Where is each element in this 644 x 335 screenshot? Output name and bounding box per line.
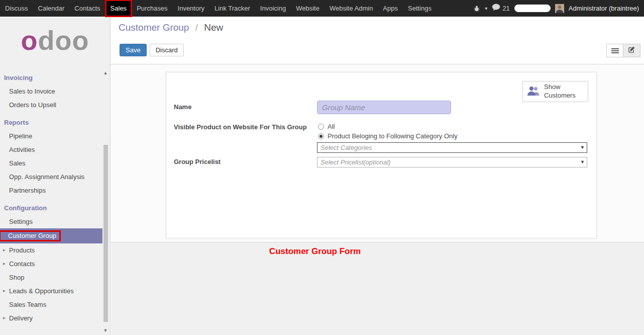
users-icon xyxy=(527,86,540,98)
sidebar-menu: Invoicing Sales to Invoice Orders to Ups… xyxy=(0,71,110,325)
sidebar-item-sales-to-invoice[interactable]: Sales to Invoice xyxy=(0,85,110,98)
pricelist-select-placeholder: Select Pricelist(optional) xyxy=(320,158,390,166)
sidebar-item-settings[interactable]: Settings xyxy=(0,215,110,228)
section-title-configuration: Configuration xyxy=(0,201,110,215)
group-name-input[interactable] xyxy=(317,101,451,114)
menu-sales[interactable]: Sales xyxy=(105,0,132,17)
top-menubar: Discuss Calendar Contacts Sales Purchase… xyxy=(0,0,644,17)
visibility-option-all: All xyxy=(318,123,335,130)
menu-purchases[interactable]: Purchases xyxy=(132,0,172,17)
control-panel: Customer Group / New Save Discard xyxy=(111,17,644,64)
menu-discuss[interactable]: Discuss xyxy=(0,0,33,17)
pricelist-select[interactable]: Select Pricelist(optional) ▼ xyxy=(317,157,587,168)
visibility-option-category: Product Beloging to Following Category O… xyxy=(318,132,458,140)
sidebar-item-partnerships[interactable]: Partnerships xyxy=(0,184,110,197)
sidebar-item-products-label: Products xyxy=(9,246,35,254)
menu-website-admin[interactable]: Website Admin xyxy=(325,0,378,17)
chevron-down-icon: ▼ xyxy=(580,143,585,152)
avatar[interactable] xyxy=(555,4,564,13)
topbar-systray: ▾ 21 Administrator (braintree) xyxy=(473,0,644,17)
radio-all[interactable] xyxy=(318,124,324,130)
breadcrumb: Customer Group / New xyxy=(119,22,223,33)
form-buttons: Save Discard xyxy=(120,44,184,56)
messages-count: 21 xyxy=(502,5,509,12)
messages-button[interactable]: 21 xyxy=(492,4,509,13)
main-content: Show Customers Name Visible Product on W… xyxy=(111,64,644,335)
menu-invoicing[interactable]: Invoicing xyxy=(255,0,291,17)
name-label: Name xyxy=(174,103,191,111)
menu-settings[interactable]: Settings xyxy=(403,0,437,17)
chevron-down-icon: ▼ xyxy=(580,157,585,167)
list-icon xyxy=(611,47,619,54)
show-customers-label: Show Customers xyxy=(544,83,584,100)
list-view-button[interactable] xyxy=(606,44,623,57)
chevron-right-icon: ▸ xyxy=(3,247,6,253)
menu-contacts[interactable]: Contacts xyxy=(69,0,105,17)
sidebar-item-delivery-label: Delivery xyxy=(9,314,33,322)
sidebar-item-delivery[interactable]: ▸ Delivery xyxy=(0,311,110,325)
discard-button[interactable]: Discard xyxy=(150,44,184,56)
bug-icon[interactable] xyxy=(473,5,480,12)
sidebar-scrollbar-thumb[interactable] xyxy=(103,145,108,322)
sidebar-item-shop[interactable]: Shop xyxy=(0,271,110,284)
menu-link-tracker[interactable]: Link Tracker xyxy=(209,0,255,17)
show-customers-button[interactable]: Show Customers xyxy=(522,81,588,102)
below-form-area: Customer Group Form xyxy=(111,242,644,335)
odoo-logo-rest: doo xyxy=(38,25,89,55)
sidebar-item-contacts[interactable]: ▸ Contacts xyxy=(0,257,110,271)
menu-apps[interactable]: Apps xyxy=(378,0,403,17)
sidebar-item-leads-opportunities-label: Leads & Opportunities xyxy=(9,287,74,295)
pricelist-label: Group Pricelist xyxy=(174,158,221,165)
radio-category-only[interactable] xyxy=(318,133,324,139)
sidebar-item-orders-to-upsell[interactable]: Orders to Upsell xyxy=(0,98,110,112)
breadcrumb-new: New xyxy=(204,22,223,33)
sidebar-item-customer-group-label: Customer Group xyxy=(0,231,60,240)
sidebar-item-opp-assignment-analysis[interactable]: Opp. Assignment Analysis xyxy=(0,170,110,184)
scroll-up-arrow[interactable]: ▲ xyxy=(102,70,109,75)
categories-select[interactable]: Select Categories ▼ xyxy=(317,142,587,153)
odoo-logo[interactable]: odoo xyxy=(0,17,110,67)
sidebar-item-products[interactable]: ▸ Products xyxy=(0,243,110,257)
chevron-right-icon: ▸ xyxy=(3,288,6,293)
form-sheet: Show Customers Name Visible Product on W… xyxy=(166,72,597,238)
chat-bubble-icon xyxy=(492,4,500,13)
sidebar-item-customer-group[interactable]: Customer Group xyxy=(0,228,102,243)
menu-calendar[interactable]: Calendar xyxy=(33,0,70,17)
caret-down-icon[interactable]: ▾ xyxy=(485,6,487,11)
view-switcher xyxy=(606,44,640,57)
breadcrumb-separator: / xyxy=(195,22,198,33)
edit-icon xyxy=(628,46,635,55)
radio-category-only-label[interactable]: Product Beloging to Following Category O… xyxy=(328,132,458,140)
sidebar-item-activities[interactable]: Activities xyxy=(0,143,110,156)
scroll-down-arrow[interactable]: ▼ xyxy=(102,328,109,333)
form-view-button[interactable] xyxy=(623,44,640,57)
odoo-logo-first-letter: o xyxy=(21,25,38,55)
sidebar-item-leads-opportunities[interactable]: ▸ Leads & Opportunities xyxy=(0,284,110,298)
menu-inventory[interactable]: Inventory xyxy=(173,0,209,17)
chevron-right-icon: ▸ xyxy=(3,315,6,320)
topbar-pill-widget xyxy=(514,5,551,12)
menu-website[interactable]: Website xyxy=(291,0,325,17)
radio-all-label[interactable]: All xyxy=(328,123,335,130)
section-title-reports: Reports xyxy=(0,116,110,129)
sidebar-item-pipeline[interactable]: Pipeline xyxy=(0,129,110,143)
visibility-label: Visible Product on Website For This Grou… xyxy=(174,123,307,131)
sidebar-item-contacts-label: Contacts xyxy=(9,260,35,268)
annotation-caption: Customer Group Form xyxy=(269,246,361,257)
user-menu[interactable]: Administrator (braintree) xyxy=(569,5,639,12)
save-button[interactable]: Save xyxy=(120,44,147,56)
sidebar-item-sales-teams[interactable]: Sales Teams xyxy=(0,298,110,311)
chevron-right-icon: ▸ xyxy=(3,261,6,266)
breadcrumb-customer-group[interactable]: Customer Group xyxy=(119,22,189,33)
categories-select-placeholder: Select Categories xyxy=(320,144,372,151)
section-title-invoicing: Invoicing xyxy=(0,71,110,85)
sidebar: odoo Invoicing Sales to Invoice Orders t… xyxy=(0,17,111,335)
sidebar-item-sales[interactable]: Sales xyxy=(0,156,110,170)
